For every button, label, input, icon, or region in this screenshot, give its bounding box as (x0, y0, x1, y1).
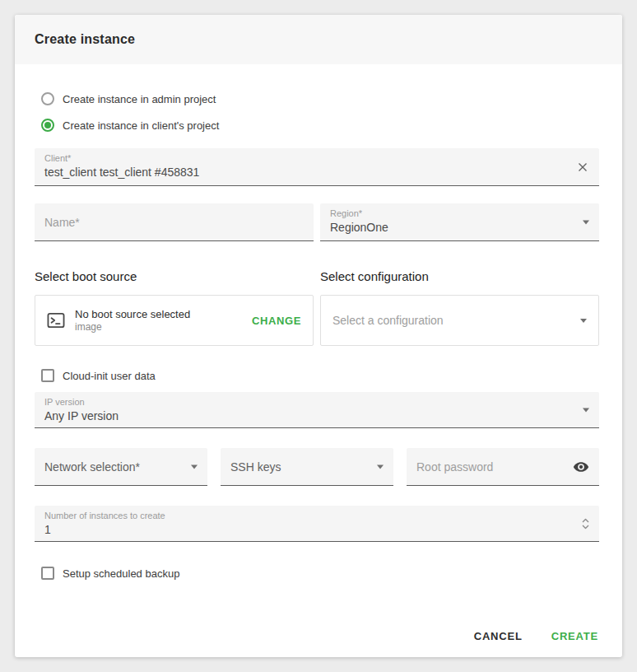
boot-source-text: No boot source selected image (75, 308, 190, 333)
cloud-init-checkbox-row[interactable]: Cloud-init user data (35, 369, 599, 382)
boot-source-card: No boot source selected image CHANGE (35, 295, 314, 346)
name-field[interactable] (35, 203, 314, 241)
dialog-title: Create instance (35, 32, 135, 47)
scheduled-backup-label: Setup scheduled backup (63, 567, 179, 580)
name-region-row: Region* RegionOne (35, 203, 599, 241)
region-value: RegionOne (330, 221, 589, 234)
instance-count-field[interactable]: Number of instances to create 1 (35, 506, 599, 542)
region-select[interactable]: Region* RegionOne (320, 203, 599, 241)
root-password-input[interactable] (416, 460, 570, 474)
network-ssh-password-row: Network selection* SSH keys (35, 448, 599, 486)
number-stepper[interactable] (582, 518, 589, 529)
boot-source-status: No boot source selected (75, 308, 190, 320)
chevron-down-icon (580, 319, 587, 323)
ssh-keys-placeholder: SSH keys (230, 460, 281, 474)
client-field[interactable]: Client* test_client test_client #458831 (35, 148, 599, 186)
chevron-down-icon (583, 220, 589, 224)
network-placeholder: Network selection* (44, 460, 140, 474)
project-radio-group: Create instance in admin project Create … (35, 64, 599, 132)
network-select[interactable]: Network selection* (35, 448, 207, 486)
ip-version-select[interactable]: IP version Any IP version (35, 392, 599, 428)
dialog-actions: CANCEL CREATE (474, 630, 598, 642)
region-label: Region* (330, 208, 589, 218)
client-field-label: Client* (44, 153, 589, 163)
ip-version-label: IP version (44, 397, 589, 407)
change-boot-source-button[interactable]: CHANGE (252, 315, 301, 327)
ip-version-value: Any IP version (44, 409, 589, 422)
radio-client-label: Create instance in client's project (63, 119, 219, 132)
cloud-init-label: Cloud-init user data (63, 370, 156, 382)
section-headings: Select boot source Select configuration (35, 269, 599, 283)
boot-config-row: No boot source selected image CHANGE Sel… (35, 295, 599, 346)
dialog-header: Create instance (15, 15, 622, 64)
checkbox-unchecked-icon[interactable] (41, 567, 54, 580)
radio-unselected-icon[interactable] (41, 92, 54, 105)
radio-admin-project[interactable]: Create instance in admin project (41, 92, 599, 105)
boot-source-heading: Select boot source (35, 269, 314, 283)
chevron-down-icon (377, 464, 384, 469)
chevron-down-icon (191, 464, 198, 469)
instance-count-label: Number of instances to create (44, 511, 589, 520)
create-button[interactable]: CREATE (551, 630, 598, 642)
configuration-select[interactable]: Select a configuration (320, 295, 599, 346)
root-password-field[interactable] (407, 448, 599, 486)
chevron-down-icon (583, 408, 589, 412)
configuration-placeholder: Select a configuration (332, 314, 444, 327)
radio-admin-label: Create instance in admin project (63, 93, 216, 105)
create-instance-dialog: Create instance Create instance in admin… (15, 15, 622, 657)
checkbox-unchecked-icon[interactable] (41, 369, 54, 382)
stepper-down-icon (582, 524, 589, 529)
clear-client-icon[interactable] (576, 161, 589, 174)
dialog-body: Create instance in admin project Create … (15, 64, 622, 657)
name-input[interactable] (44, 216, 304, 229)
stepper-up-icon (582, 518, 589, 523)
terminal-icon (47, 312, 65, 329)
radio-client-project[interactable]: Create instance in client's project (41, 119, 599, 132)
configuration-heading: Select configuration (320, 269, 599, 283)
ssh-keys-select[interactable]: SSH keys (221, 448, 393, 486)
scheduled-backup-checkbox-row[interactable]: Setup scheduled backup (35, 567, 599, 580)
radio-selected-icon[interactable] (41, 119, 54, 132)
eye-icon[interactable] (573, 459, 589, 475)
instance-count-value: 1 (44, 523, 589, 536)
client-field-value: test_client test_client #458831 (44, 166, 589, 179)
cancel-button[interactable]: CANCEL (474, 630, 523, 642)
boot-source-type: image (75, 321, 190, 333)
